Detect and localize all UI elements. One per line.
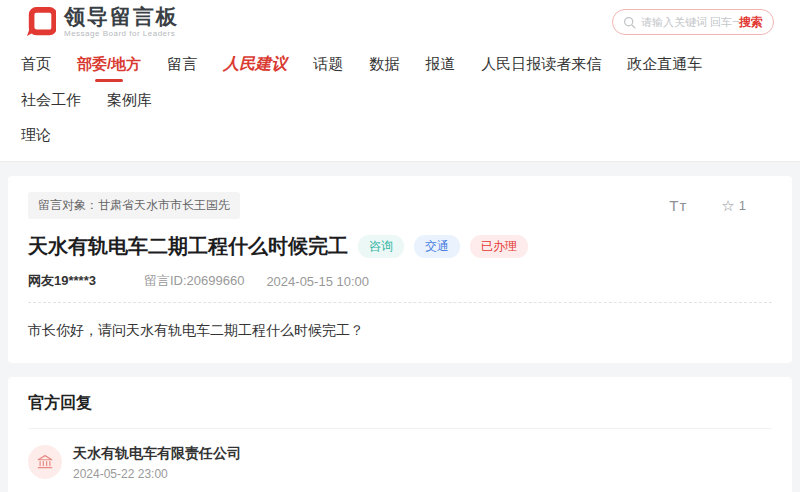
nav-item-reader-letters[interactable]: 人民日报读者来信 <box>481 47 601 82</box>
dashed-divider <box>28 302 772 303</box>
message-id: 留言ID:20699660 <box>144 272 244 290</box>
nav-item-topics[interactable]: 话题 <box>313 47 343 82</box>
message-card-header: 留言对象：甘肃省天水市市长王国先 Tᴛ ☆ 1 <box>28 192 772 219</box>
message-card: 留言对象：甘肃省天水市市长王国先 Tᴛ ☆ 1 天水有轨电车二期工程什么时候完工… <box>8 176 792 363</box>
main-navigation: 首页 部委/地方 留言 人民建议 话题 数据 报道 人民日报读者来信 政企直通车… <box>0 44 800 162</box>
message-tools: Tᴛ ☆ 1 <box>669 197 746 215</box>
nav-item-theory[interactable]: 理论 <box>21 118 51 153</box>
font-size-toggle-icon[interactable]: Tᴛ <box>669 197 687 214</box>
official-reply-card: 官方回复 天水有轨电车有限责任公司 2024-05-22 23:00 <box>8 377 792 492</box>
nav-item-data[interactable]: 数据 <box>369 47 399 82</box>
nav-row-2: 理论 <box>8 118 792 153</box>
nav-item-case-library[interactable]: 案例库 <box>107 83 152 118</box>
message-date: 2024-05-15 10:00 <box>266 274 369 289</box>
reply-section-title: 官方回复 <box>28 393 772 414</box>
nav-item-gov-enterprise[interactable]: 政企直通车 <box>627 47 702 82</box>
logo-speech-bubble-icon <box>26 7 56 37</box>
search-input[interactable] <box>641 16 739 28</box>
reply-divider <box>28 428 772 429</box>
logo-text: 领导留言板 Message Board for Leaders <box>64 6 179 38</box>
search-icon <box>623 16 636 29</box>
message-author: 网友19****3 <box>28 272 96 290</box>
message-title-row: 天水有轨电车二期工程什么时候完工 咨询 交通 已办理 <box>28 233 772 260</box>
site-logo[interactable]: 领导留言板 Message Board for Leaders <box>26 6 179 38</box>
logo-title: 领导留言板 <box>64 6 179 27</box>
message-body: 市长你好，请问天水有轨电车二期工程什么时候完工？ <box>28 319 772 347</box>
reply-main: 天水有轨电车有限责任公司 2024-05-22 23:00 网友，您好！您的留言… <box>73 445 772 492</box>
favorite-control[interactable]: ☆ 1 <box>721 197 746 215</box>
tag-category-consult: 咨询 <box>358 235 404 258</box>
nav-item-social-work[interactable]: 社会工作 <box>21 83 81 118</box>
search-button[interactable]: 搜索 <box>739 14 763 31</box>
reply-date: 2024-05-22 23:00 <box>73 467 772 481</box>
institution-building-icon <box>36 453 54 471</box>
message-title: 天水有轨电车二期工程什么时候完工 <box>28 233 348 260</box>
nav-item-reports[interactable]: 报道 <box>425 47 455 82</box>
nav-item-home[interactable]: 首页 <box>21 47 51 82</box>
search-box[interactable]: 搜索 <box>612 9 774 35</box>
reply-org-name: 天水有轨电车有限责任公司 <box>73 445 772 463</box>
message-meta-row: 网友19****3 留言ID:20699660 2024-05-15 10:00 <box>28 272 772 290</box>
org-avatar <box>28 445 62 479</box>
star-icon: ☆ <box>721 197 734 215</box>
nav-item-peoples-suggestions[interactable]: 人民建议 <box>223 46 287 83</box>
page-content: 留言对象：甘肃省天水市市长王国先 Tᴛ ☆ 1 天水有轨电车二期工程什么时候完工… <box>0 162 800 492</box>
tag-domain-traffic: 交通 <box>414 235 460 258</box>
nav-item-messages[interactable]: 留言 <box>167 47 197 82</box>
reply-item: 天水有轨电车有限责任公司 2024-05-22 23:00 网友，您好！您的留言… <box>28 445 772 492</box>
nav-row-1: 首页 部委/地方 留言 人民建议 话题 数据 报道 人民日报读者来信 政企直通车… <box>8 46 792 118</box>
logo-subtitle: Message Board for Leaders <box>64 29 179 38</box>
tag-status-handled: 已办理 <box>470 235 528 258</box>
nav-item-ministries-regions[interactable]: 部委/地方 <box>77 47 141 82</box>
message-target-badge: 留言对象：甘肃省天水市市长王国先 <box>28 192 240 219</box>
star-count: 1 <box>739 198 746 213</box>
top-header: 领导留言板 Message Board for Leaders 搜索 <box>0 0 800 44</box>
